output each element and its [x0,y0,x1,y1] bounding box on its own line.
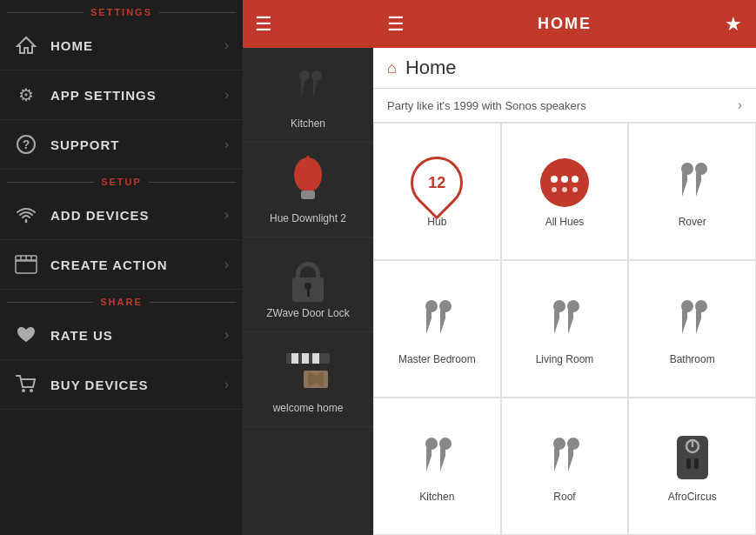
grid-item-bathroom[interactable]: Bathroom [628,260,756,398]
kitchen2-label: Kitchen [419,491,454,503]
middle-panel: ☰ Kitchen [243,0,373,535]
question-circle: ? [17,135,36,154]
middle-header: ☰ [243,0,373,48]
film-icon [14,252,38,277]
zwave-lock-label: ZWave Door Lock [266,307,350,319]
welcome-home-icon [282,344,334,397]
wifi-icon [14,203,38,227]
sidebar-item-support[interactable]: ? SUPPORT › [0,120,243,170]
home-title-bar: ⌂ Home [373,48,756,89]
roof-icon [537,430,592,485]
cart-icon [14,372,38,397]
rover-icon [665,155,720,211]
svg-point-29 [425,300,438,312]
chevron-icon: › [224,257,229,272]
grid-item-afrocircus[interactable]: AfroCircus [628,398,756,535]
middle-item-welcome-home[interactable]: welcome home [243,332,373,427]
middle-item-zwave-lock[interactable]: ZWave Door Lock [243,237,373,332]
sidebar-item-buy-devices[interactable]: BUY DEVICES › [0,360,243,410]
share-section-label: SHARE [0,290,243,311]
middle-item-kitchen[interactable]: Kitchen [243,48,373,143]
home-grid: 12 Hub All Hues [373,123,756,535]
svg-point-27 [681,163,693,175]
svg-rect-11 [301,191,315,199]
hue-downlight-icon [282,155,334,207]
grid-item-hub[interactable]: 12 Hub [373,123,501,260]
right-header-inner: ☰ HOME ★ [387,13,742,36]
right-hamburger-icon[interactable]: ☰ [387,13,405,36]
svg-point-8 [299,70,310,81]
sidebar-item-support-label: SUPPORT [50,137,224,152]
promo-bar[interactable]: Party like it's 1999 with Sonos speakers… [373,89,756,123]
settings-section-label: SETTINGS [0,0,243,21]
svg-point-36 [439,438,452,450]
hue-downlight-label: Hue Downlight 2 [270,212,346,224]
grid-item-rover[interactable]: Rover [628,123,756,260]
sidebar-item-app-settings-label: APP SETTINGS [50,88,224,103]
svg-point-28 [695,163,707,175]
svg-marker-0 [17,37,35,53]
sidebar-item-add-devices[interactable]: ADD DEVICES › [0,191,243,240]
all-hues-label: All Hues [545,216,585,228]
all-hues-icon [537,155,592,211]
chevron-icon: › [224,37,229,53]
lock-body [292,278,324,302]
right-header-title: HOME [538,15,592,33]
svg-point-35 [425,438,438,450]
lock-shackle [296,262,320,278]
svg-point-31 [553,300,565,312]
right-header: ☰ HOME ★ [373,0,756,48]
grid-item-master-bedroom[interactable]: Master Bedroom [373,260,501,398]
grid-item-kitchen[interactable]: Kitchen [373,398,501,535]
svg-point-9 [311,70,322,81]
grid-item-living-room[interactable]: Living Room [501,260,629,398]
bathroom-icon [665,292,720,348]
chevron-icon: › [224,137,229,152]
grid-item-all-hues[interactable]: All Hues [501,123,629,260]
chevron-icon: › [224,87,229,103]
sidebar-item-home-label: HOME [50,38,224,53]
chevron-icon: › [224,207,229,223]
svg-point-34 [695,300,707,312]
right-panel: ☰ HOME ★ ⌂ Home Party like it's 1999 wit… [373,0,756,535]
setup-section-label: SETUP [0,170,243,191]
bathroom-label: Bathroom [670,353,715,365]
middle-items-list: Kitchen Hue Downlight 2 [243,48,373,535]
afrocircus-icon [665,430,720,485]
svg-rect-17 [291,353,298,364]
svg-rect-1 [16,260,37,273]
sidebar-item-create-action[interactable]: CREATE ACTION › [0,240,243,290]
master-bedroom-label: Master Bedroom [398,353,476,365]
promo-text: Party like it's 1999 with Sonos speakers [387,99,738,112]
svg-point-24 [552,187,557,192]
middle-item-hue-downlight[interactable]: Hue Downlight 2 [243,143,373,237]
sidebar-item-app-settings[interactable]: ⚙ APP SETTINGS › [0,70,243,120]
sidebar-item-create-action-label: CREATE ACTION [50,257,224,272]
svg-point-23 [572,176,579,183]
lock-shape [292,262,324,302]
right-star-icon[interactable]: ★ [725,13,742,36]
svg-point-32 [567,300,579,312]
svg-rect-18 [302,353,309,364]
sidebar: SETTINGS HOME › ⚙ APP SETTINGS › ? SUPPO… [0,0,243,535]
sidebar-item-buy-devices-label: BUY DEVICES [50,378,224,392]
hamburger-icon[interactable]: ☰ [255,13,272,36]
svg-point-30 [439,300,452,312]
svg-point-7 [30,389,33,392]
svg-point-33 [681,300,693,312]
kitchen-label: Kitchen [291,117,325,130]
sidebar-item-home[interactable]: HOME › [0,21,243,70]
sidebar-item-add-devices-label: ADD DEVICES [50,208,224,223]
roof-label: Roof [553,491,575,503]
home-title-text: Home [405,57,457,79]
home-red-icon: ⌂ [387,59,397,77]
svg-rect-19 [312,353,319,364]
gear-icon: ⚙ [14,83,38,107]
svg-point-22 [561,176,568,183]
hub-count: 12 [428,174,445,192]
svg-point-26 [572,187,578,192]
sidebar-item-rate-us[interactable]: RATE US › [0,311,243,360]
master-bedroom-icon [409,292,465,348]
grid-item-roof[interactable]: Roof [501,398,629,535]
afrocircus-label: AfroCircus [668,491,717,503]
